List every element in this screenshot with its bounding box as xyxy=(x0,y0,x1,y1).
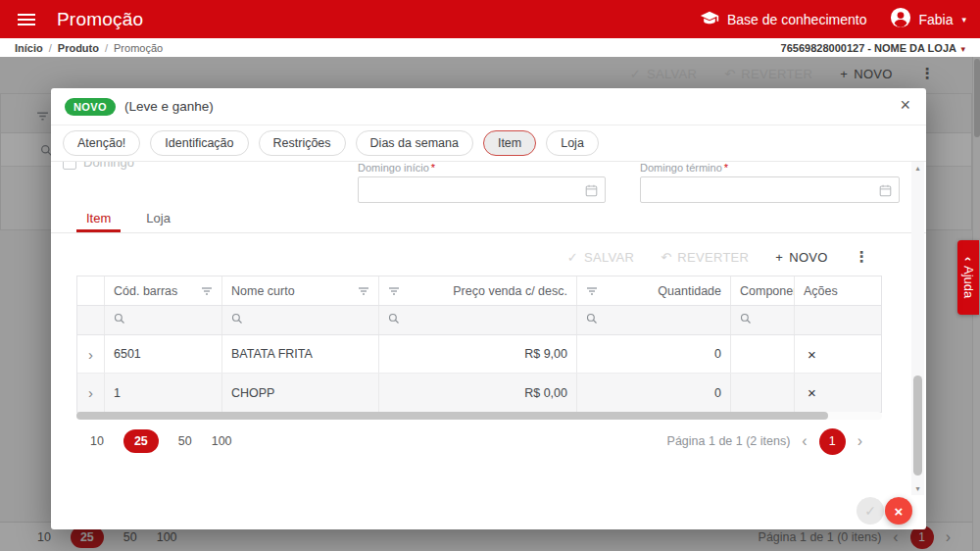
cell-preco-venda: R$ 9,00 xyxy=(379,335,577,373)
search-icon xyxy=(114,313,125,327)
user-avatar-icon xyxy=(890,7,911,31)
domingo-termino-field: Domingo término* xyxy=(640,162,900,203)
search-nome-curto[interactable] xyxy=(222,306,379,334)
vscrollbar-thumb[interactable] xyxy=(913,376,922,476)
plus-icon: + xyxy=(775,250,783,265)
page-size-100[interactable]: 100 xyxy=(212,434,232,448)
prev-page-icon[interactable]: ‹ xyxy=(802,432,807,450)
knowledge-base-link[interactable]: Base de conhecimento xyxy=(700,10,866,29)
search-quantidade[interactable] xyxy=(577,306,731,334)
header-quantidade[interactable]: Quantidade xyxy=(577,276,731,305)
table-horizontal-scrollbar[interactable] xyxy=(76,412,882,420)
page-size-25-active[interactable]: 25 xyxy=(123,429,159,453)
cancel-fab-button[interactable]: × xyxy=(885,497,912,525)
hamburger-menu-icon[interactable] xyxy=(18,13,35,26)
search-componente[interactable] xyxy=(731,306,795,334)
pill-atencao[interactable]: Atenção! xyxy=(63,130,140,156)
search-cod-barras[interactable] xyxy=(105,306,222,334)
help-tab[interactable]: ‹ Ajuda xyxy=(957,240,979,315)
items-table: Cód. barras Nome curto Preço venda c/ de… xyxy=(76,276,882,413)
filter-icon[interactable] xyxy=(358,286,369,296)
hscrollbar-thumb[interactable] xyxy=(76,412,828,420)
checkbox-icon xyxy=(63,162,76,170)
expand-row-icon[interactable]: › xyxy=(88,346,93,363)
subtabs: Item Loja xyxy=(51,211,926,233)
search-icon xyxy=(586,313,598,327)
pill-identificacao[interactable]: Identificação xyxy=(150,130,248,156)
save-button[interactable]: ✓SALVAR xyxy=(567,250,634,265)
pill-loja[interactable]: Loja xyxy=(546,130,599,156)
pill-dias-da-semana[interactable]: Dias da semana xyxy=(356,130,473,156)
table-row[interactable]: › 1 CHOPP R$ 0,00 0 × xyxy=(77,374,881,412)
calendar-icon[interactable] xyxy=(879,183,892,201)
next-page-icon[interactable]: › xyxy=(858,432,862,450)
subtab-item[interactable]: Item xyxy=(76,211,121,232)
delete-row-icon[interactable]: × xyxy=(804,346,820,363)
confirm-fab-button[interactable]: ✓ xyxy=(857,497,884,525)
header-acoes: Ações xyxy=(795,276,881,305)
scroll-up-icon[interactable]: ▴ xyxy=(915,162,919,175)
screen: Promoção Base de conhecimento Fabia ▾ In… xyxy=(0,0,980,551)
search-icon xyxy=(740,313,752,327)
new-button[interactable]: +NOVO xyxy=(775,250,827,265)
filter-icon[interactable] xyxy=(201,286,213,296)
page-size-10[interactable]: 10 xyxy=(90,434,104,448)
store-caret-icon: ▾ xyxy=(958,44,965,54)
user-name: Fabia xyxy=(918,12,953,27)
graduation-cap-icon xyxy=(700,10,719,29)
modal-vertical-scrollbar[interactable]: ▴ ▾ xyxy=(911,162,924,495)
required-mark: * xyxy=(724,162,728,174)
current-page[interactable]: 1 xyxy=(819,428,846,455)
table-header-row: Cód. barras Nome curto Preço venda c/ de… xyxy=(77,276,881,306)
header-right: Base de conhecimento Fabia ▾ xyxy=(700,7,966,31)
domingo-checkbox[interactable]: Domingo xyxy=(63,162,134,170)
modal-nav-pills: Atenção! Identificação Restrições Dias d… xyxy=(51,125,926,162)
help-tab-label: Ajuda xyxy=(961,266,976,298)
subtab-loja[interactable]: Loja xyxy=(136,211,180,232)
store-selector[interactable]: 76569828000127 - NOME DA LOJA ▾ xyxy=(781,42,965,54)
header-cod-barras[interactable]: Cód. barras xyxy=(105,276,222,305)
floating-actions: ✓ × xyxy=(857,497,912,525)
expand-row-icon[interactable]: › xyxy=(88,384,93,401)
revert-button[interactable]: ↶REVERTER xyxy=(661,250,749,265)
delete-row-icon[interactable]: × xyxy=(804,384,820,401)
pagination-info: Página 1 de 1 (2 itens) xyxy=(667,434,791,448)
header-componente[interactable]: Componente xyxy=(731,276,795,305)
modal-pagination: 10 25 50 100 Página 1 de 1 (2 itens) ‹ 1… xyxy=(76,425,862,458)
pagination-right: Página 1 de 1 (2 itens) ‹ 1 › xyxy=(667,428,862,455)
scroll-down-icon[interactable]: ▾ xyxy=(915,482,919,495)
table-filter-row xyxy=(77,306,881,335)
app-header: Promoção Base de conhecimento Fabia ▾ xyxy=(0,0,980,38)
search-preco-venda[interactable] xyxy=(379,306,577,334)
kebab-menu-icon[interactable]: ⋮ xyxy=(855,248,869,266)
status-badge-novo: NOVO xyxy=(65,98,116,116)
domingo-inicio-field: Domingo início* xyxy=(358,162,606,203)
breadcrumb: Início / Produto / Promoção 765698280001… xyxy=(0,38,980,57)
modal-header: NOVO (Leve e ganhe) × xyxy=(51,88,926,125)
pill-item[interactable]: Item xyxy=(483,130,536,156)
cell-quantidade: 0 xyxy=(577,374,731,412)
header-nome-curto[interactable]: Nome curto xyxy=(222,276,379,305)
cell-preco-venda: R$ 0,00 xyxy=(379,374,577,412)
breadcrumb-produto[interactable]: Produto xyxy=(58,42,99,54)
header-preco-venda[interactable]: Preço venda c/ desc. xyxy=(379,276,577,305)
calendar-icon[interactable] xyxy=(585,183,598,201)
filter-icon[interactable] xyxy=(388,286,400,296)
required-mark: * xyxy=(431,162,435,174)
domingo-termino-label: Domingo término* xyxy=(640,162,900,174)
close-icon[interactable]: × xyxy=(900,96,910,114)
filter-icon[interactable] xyxy=(586,286,598,296)
domingo-inicio-input[interactable] xyxy=(358,176,606,203)
check-icon: ✓ xyxy=(567,250,578,265)
domingo-termino-input[interactable] xyxy=(640,176,900,203)
cell-nome-curto: BATATA FRITA xyxy=(222,335,379,373)
cell-nome-curto: CHOPP xyxy=(222,374,379,412)
page-size-50[interactable]: 50 xyxy=(178,434,192,448)
user-menu[interactable]: Fabia ▾ xyxy=(890,7,966,31)
modal-body: Domingo Domingo início* Domingo término* xyxy=(51,162,926,528)
table-row[interactable]: › 6501 BATATA FRITA R$ 9,00 0 × xyxy=(77,335,881,374)
breadcrumb-inicio[interactable]: Início xyxy=(15,42,43,54)
pill-restricoes[interactable]: Restrições xyxy=(259,130,346,156)
cell-cod-barras: 6501 xyxy=(105,335,222,373)
breadcrumb-separator: / xyxy=(49,42,52,54)
